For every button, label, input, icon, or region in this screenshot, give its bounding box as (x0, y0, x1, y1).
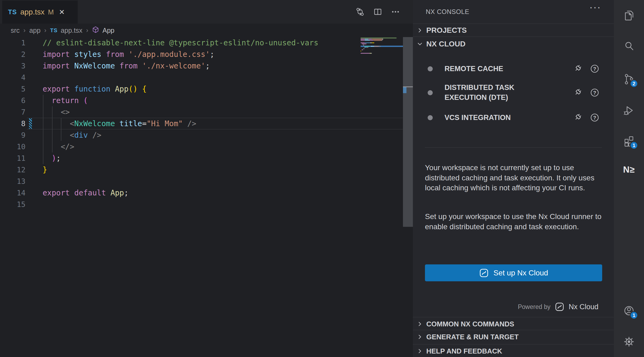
activity-item-account[interactable]: 1 (623, 304, 635, 317)
typescript-file-icon: TS (8, 8, 17, 16)
code-line[interactable]: 14export default App; (0, 187, 413, 199)
help-question-icon[interactable]: ? (590, 113, 599, 122)
panel-header: NX CONSOLE ··· (413, 0, 614, 24)
minimap-line (373, 42, 374, 43)
minimap-line (361, 40, 365, 41)
code-line[interactable]: 9 <div /> (0, 129, 413, 141)
code-line[interactable]: 5export function App() { (0, 83, 413, 95)
setup-nx-cloud-button[interactable]: Set up Nx Cloud (425, 264, 602, 281)
tab-app-tsx[interactable]: TS app.tsx M ✕ (2, 1, 78, 24)
activity-item-source-control[interactable]: 2 (623, 73, 635, 86)
code-line[interactable]: 6 return ( (0, 95, 413, 106)
code-lines: 1// eslint-disable-next-line @typescript… (0, 37, 413, 210)
chevron-right-icon (417, 27, 423, 34)
code-line[interactable]: 12} (0, 164, 413, 176)
minimap-line (362, 49, 363, 50)
overview-ruler-modified-marker (403, 87, 406, 93)
code-line[interactable]: 7 <> (0, 106, 413, 118)
minimap-line (367, 47, 368, 48)
code-line[interactable]: 8 <NxWelcome title="Hi Mom" /> (0, 118, 413, 129)
nx-cloud-logo-icon (555, 302, 564, 312)
code-token: ; (210, 50, 214, 59)
code-text: import styles from './app.module.css'; (25, 49, 214, 60)
panel-title: NX CONSOLE (413, 8, 469, 16)
feature-status-dot (428, 115, 433, 120)
code-editor[interactable]: 1// eslint-disable-next-line @typescript… (0, 37, 413, 357)
editor-scrollbar[interactable] (403, 37, 413, 357)
scrollbar-slider[interactable] (403, 37, 413, 227)
code-token: App (110, 188, 124, 197)
minimap-line (372, 39, 383, 39)
code-token: './app.module.css' (128, 50, 210, 59)
help-question-icon[interactable]: ? (590, 88, 599, 97)
activity-item-explorer[interactable] (623, 9, 635, 22)
code-line[interactable]: 11 ); (0, 152, 413, 164)
line-number: 11 (0, 152, 25, 164)
code-line[interactable]: 3import NxWelcome from './nx-welcome'; (0, 60, 413, 72)
tab-bar: TS app.tsx M ✕ (0, 0, 413, 24)
feature-actions: ? (573, 88, 614, 97)
more-actions-icon[interactable] (390, 6, 401, 17)
minimap-line (371, 46, 373, 47)
section-nx-cloud[interactable]: NX CLOUD (413, 37, 614, 51)
breadcrumb-item-symbol[interactable]: App (102, 27, 114, 34)
section-help-and-feedback[interactable]: HELP AND FEEDBACK (413, 344, 614, 357)
editor-region: TS app.tsx M ✕ (0, 0, 413, 357)
code-token: ( (83, 96, 88, 105)
settings-icon (623, 335, 635, 348)
run-debug-icon (623, 104, 635, 117)
divider (425, 147, 602, 148)
code-token: ; (205, 61, 210, 70)
breadcrumb-item-file[interactable]: app.tsx (61, 27, 83, 34)
connect-plug-icon[interactable] (573, 64, 582, 74)
code-text: return ( (25, 95, 88, 106)
section-common-nx-commands[interactable]: COMMON NX COMMANDS (413, 317, 614, 331)
breadcrumb-item-app[interactable]: app (29, 27, 40, 34)
activity-item-extensions[interactable]: 1 (623, 134, 635, 147)
powered-by-label: Powered by (518, 303, 550, 311)
activity-item-nx-console[interactable]: N≥ (623, 163, 635, 176)
tab-close-icon[interactable]: ✕ (59, 8, 65, 16)
chevron-right-icon (417, 321, 423, 327)
line-number: 14 (0, 187, 25, 199)
svg-text:?: ? (593, 90, 596, 96)
connect-plug-icon[interactable] (573, 88, 582, 97)
minimap-line (370, 42, 372, 43)
section-projects[interactable]: PROJECTS (413, 24, 614, 37)
section-generate-run-target[interactable]: GENERATE & RUN TARGET (413, 330, 614, 344)
line-number: 5 (0, 83, 25, 95)
line-number: 7 (0, 106, 25, 118)
minimap-line (373, 40, 382, 41)
line-number: 6 (0, 95, 25, 106)
code-token: NxWelcome (74, 119, 115, 128)
code-line[interactable]: 15 (0, 199, 413, 210)
code-line[interactable]: 4 (0, 72, 413, 83)
compare-changes-icon[interactable] (354, 6, 366, 17)
activity-item-search[interactable] (623, 40, 635, 53)
code-line[interactable]: 10 </> (0, 141, 413, 152)
code-line[interactable]: 1// eslint-disable-next-line @typescript… (0, 37, 413, 49)
nx-cloud-brand-label[interactable]: Nx Cloud (569, 303, 598, 311)
activity-item-settings[interactable] (623, 335, 635, 348)
code-text (25, 176, 43, 187)
split-editor-icon[interactable] (372, 6, 383, 17)
breadcrumb-separator: › (86, 27, 89, 34)
breadcrumb-item-src[interactable]: src (11, 27, 20, 34)
minimap-line (361, 53, 369, 54)
code-line[interactable]: 2import styles from './app.module.css'; (0, 49, 413, 60)
svg-text:?: ? (593, 115, 596, 121)
code-token: "Hi Mom" (147, 119, 183, 128)
feature-actions: ? (573, 64, 614, 74)
editor-toolbar (354, 0, 401, 24)
minimap[interactable] (361, 38, 403, 102)
code-token: < (70, 119, 74, 128)
code-text (25, 199, 43, 210)
nx-console-icon: N≥ (623, 163, 635, 176)
minimap-line (374, 46, 379, 47)
code-line[interactable]: 13 (0, 176, 413, 187)
activity-item-run-debug[interactable] (623, 104, 635, 117)
minimap-line (365, 40, 370, 41)
panel-more-actions-icon[interactable]: ··· (589, 2, 601, 13)
help-question-icon[interactable]: ? (590, 64, 599, 74)
connect-plug-icon[interactable] (573, 113, 582, 122)
